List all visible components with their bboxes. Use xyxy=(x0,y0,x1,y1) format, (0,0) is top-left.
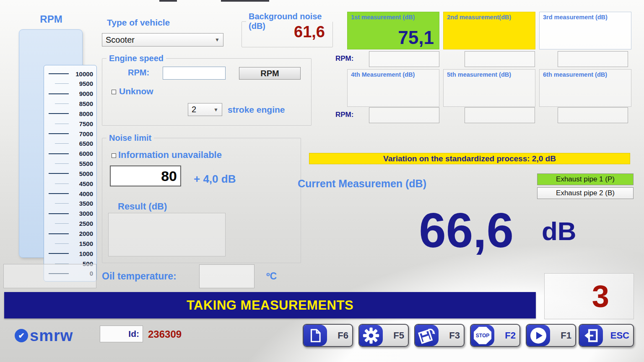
rpm-tick-label: 4000 xyxy=(72,190,93,197)
settings-button-f5[interactable]: F5 xyxy=(358,324,409,347)
rpm-tick-line xyxy=(49,193,69,194)
rpm-tick: 6500 xyxy=(47,140,93,147)
rpm-tick: 4500 xyxy=(47,180,93,187)
rpm-tick-label: 3000 xyxy=(72,210,93,217)
variation-banner: Variation on the standardized process: 2… xyxy=(309,153,630,164)
rpm-tick: 4000 xyxy=(47,190,93,197)
spare-field xyxy=(3,264,96,288)
rpm-2-field[interactable] xyxy=(465,51,535,67)
exhaust-pipe-1-button[interactable]: Exhaust pipe 1 (P) xyxy=(537,173,634,185)
oil-temperature-unit: ºC xyxy=(266,271,277,282)
save-button-f3[interactable]: F3 xyxy=(414,324,465,347)
measurement-5-label: 5th measurement (dB) xyxy=(447,71,511,78)
rpm-tick: 5500 xyxy=(47,160,93,167)
smrw-logo: ✔ smrw xyxy=(15,328,73,344)
chevron-down-icon: ▼ xyxy=(215,37,220,43)
measurement-4-box: 4th Measurement (dB) xyxy=(347,69,439,107)
rpm-tick: 7500 xyxy=(47,120,93,127)
oil-temperature-label: Oil temperature: xyxy=(102,271,177,282)
settings-gear-icon xyxy=(359,325,383,346)
start-button-f1[interactable]: F1 xyxy=(526,324,576,347)
rpm-6-field[interactable] xyxy=(558,107,628,123)
rpm-gauge-panel: 1000095009000850080007500700065006000550… xyxy=(19,29,83,258)
measurement-counter: 3 xyxy=(544,273,634,319)
rpm-tick-label: 7500 xyxy=(72,120,93,127)
new-report-button-f6[interactable]: F6 xyxy=(303,324,353,347)
rpm-tick: 8500 xyxy=(47,101,93,107)
rpm-input[interactable] xyxy=(163,67,226,80)
rpm-tick-label: 8500 xyxy=(72,100,93,107)
status-text: TAKING MEASUREMENTS xyxy=(187,298,353,313)
information-unavailable-checkbox[interactable] xyxy=(112,153,116,158)
stop-button-f2[interactable]: STOP F2 xyxy=(470,324,520,347)
noise-limit-legend: Noise limit xyxy=(106,133,154,143)
type-of-vehicle-label: Type of vehicle xyxy=(107,18,170,28)
rpm-tick-label: 2000 xyxy=(72,230,93,237)
rpm-5-field[interactable] xyxy=(465,107,535,123)
exit-button-esc[interactable]: ESC xyxy=(579,324,634,347)
noise-limit-tolerance: + 4,0 dB xyxy=(194,173,236,186)
rpm-tick-line xyxy=(55,143,69,144)
rpm-3-field[interactable] xyxy=(558,51,628,67)
rpm-button[interactable]: RPM xyxy=(239,67,301,80)
rpm-tick-line xyxy=(49,73,69,74)
measurement-2-box: 2nd measurement(dB) xyxy=(443,12,535,49)
rpm-tick-label: 1000 xyxy=(72,250,93,257)
rpm-tick-label: 8000 xyxy=(72,110,93,117)
engine-speed-legend: Engine speed xyxy=(106,54,166,63)
current-measurement-value: 66,6 xyxy=(293,206,514,255)
rpm-input-label: RPM: xyxy=(128,68,149,78)
rpm-tick-label: 9000 xyxy=(72,90,93,97)
id-value: 236309 xyxy=(148,328,182,340)
stroke-engine-select[interactable]: 2 ▼ xyxy=(188,103,222,116)
rpm-tick-line xyxy=(55,83,69,84)
f5-key-label: F5 xyxy=(383,325,408,346)
result-label: Result (dB) xyxy=(118,201,167,212)
rpm-tick: 2000 xyxy=(47,230,93,237)
rpm-tick: 2500 xyxy=(47,220,93,227)
measurement-1-value: 75,1 xyxy=(398,27,434,48)
rpm-tick: 10000 xyxy=(47,70,93,77)
rpm-tick: 7000 xyxy=(47,130,93,137)
rpm-1-field[interactable] xyxy=(369,51,439,67)
measurement-3-box: 3rd measurement (dB) xyxy=(539,12,631,49)
chevron-down-icon: ▼ xyxy=(213,107,218,113)
rpm-tick-label: 3500 xyxy=(72,200,93,207)
noise-limit-input[interactable] xyxy=(110,165,181,186)
measurement-1-label: 1st measurement (dB) xyxy=(351,14,415,21)
result-box xyxy=(108,213,226,256)
f3-key-label: F3 xyxy=(439,325,464,346)
measurement-6-box: 6th measurement (dB) xyxy=(539,69,631,107)
rpm-row1-label: RPM: xyxy=(335,54,353,63)
smrw-logo-icon: ✔ xyxy=(15,329,28,342)
rpm-tick: 8000 xyxy=(47,110,93,117)
rpm-tick-line xyxy=(55,103,69,104)
rpm-row2-label: RPM: xyxy=(335,111,353,119)
rpm-gauge-title: RPM xyxy=(30,13,72,25)
rpm-tick: 9000 xyxy=(47,90,93,97)
rpm-tick: 1500 xyxy=(47,240,93,247)
exhaust-pipe-2-button[interactable]: Exhaust pipe 2 (B) xyxy=(537,187,634,199)
oil-temperature-input[interactable] xyxy=(199,264,254,288)
rpm-tick-line xyxy=(55,243,69,244)
rpm-4-field[interactable] xyxy=(369,107,439,123)
rpm-tick-line xyxy=(49,153,69,154)
measurement-4-label: 4th Measurement (dB) xyxy=(351,71,415,78)
f1-key-label: F1 xyxy=(550,325,575,346)
rpm-tick: 3500 xyxy=(47,200,93,207)
unknown-checkbox[interactable] xyxy=(112,90,116,94)
rpm-tick-line xyxy=(49,253,69,254)
rpm-tick: 9500 xyxy=(47,80,93,87)
rpm-tick-label: 9500 xyxy=(72,80,93,87)
measurement-3-label: 3rd measurement (dB) xyxy=(543,14,608,21)
status-bar: TAKING MEASUREMENTS xyxy=(4,292,536,318)
vehicle-type-select[interactable]: Scooter ▼ xyxy=(102,33,223,47)
vehicle-type-selected-value: Scooter xyxy=(106,35,135,45)
id-label-box: Id: xyxy=(100,326,143,342)
save-disk-icon xyxy=(415,325,439,346)
top-edge-artifact xyxy=(159,0,177,2)
rpm-tick-label: 5500 xyxy=(72,160,93,167)
rpm-tick-line xyxy=(55,124,69,124)
f6-key-label: F6 xyxy=(327,325,352,346)
rpm-tick-line xyxy=(55,184,69,184)
